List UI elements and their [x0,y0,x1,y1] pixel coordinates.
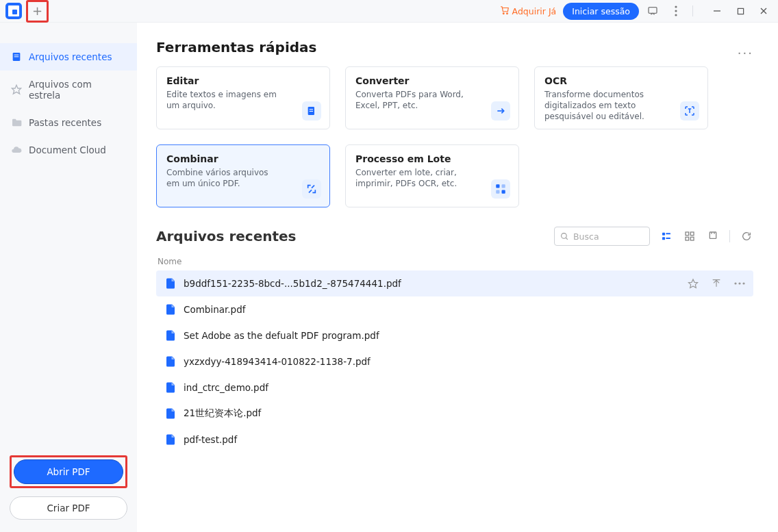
recent-icon [11,51,22,62]
file-row[interactable]: Combinar.pdf [156,296,753,322]
open-pdf-button[interactable]: Abrir PDF [14,459,123,484]
sidebar-item-recent[interactable]: Arquivos recentes [0,43,137,71]
view-grid-icon[interactable] [683,229,697,243]
card-title: Converter [355,75,509,86]
card-batch[interactable]: Processo em Lote Converter em lote, cria… [345,144,519,207]
svg-rect-28 [690,232,694,236]
file-row[interactable]: b9ddf151-2235-8bcd-...5b1d2_-875474441.p… [156,270,753,296]
convert-icon [491,101,510,121]
sidebar: Arquivos recentes Arquivos com estrela P… [0,23,137,532]
file-row[interactable]: ind_ctrc_demo.pdf [156,375,753,401]
search-placeholder: Busca [573,231,599,242]
svg-rect-7 [738,8,743,14]
file-row[interactable]: Set Adobe as the defualt PDF program.pdf [156,322,753,349]
pdf-icon [164,277,177,290]
card-desc: Combine vários arquivos em um único PDF. [166,167,283,189]
refresh-icon[interactable] [740,229,753,243]
card-title: Editar [166,75,320,86]
svg-point-33 [734,282,736,284]
svg-rect-31 [710,232,716,238]
cloud-icon [11,144,22,155]
file-name: yxzxdyy-418943414-010822-1138-7.pdf [184,356,371,367]
window-minimize[interactable] [705,1,729,21]
quick-tools-more[interactable]: ··· [738,46,753,60]
more-icon[interactable] [734,278,745,289]
cart-icon [500,5,510,17]
highlight-new-tab: + [26,0,49,23]
svg-point-21 [562,233,567,238]
recent-title: Arquivos recentes [156,228,297,244]
pdf-icon [164,329,177,342]
new-tab-button[interactable]: + [32,5,44,17]
card-desc: Edite textos e imagens em um arquivo. [166,89,283,111]
card-desc: Transforme documentos digitalizados em t… [544,89,661,123]
svg-rect-15 [310,109,313,110]
svg-rect-23 [662,233,665,236]
star-icon[interactable] [688,278,699,289]
card-ocr[interactable]: OCR Transforme documentos digitalizados … [534,66,708,129]
card-edit[interactable]: Editar Edite textos e imagens em um arqu… [156,66,330,129]
svg-marker-13 [12,85,21,94]
card-convert[interactable]: Converter Converta PDFs para Word, Excel… [345,66,519,129]
file-name: Set Adobe as the defualt PDF program.pdf [184,330,379,341]
open-pdf-label: Abrir PDF [47,466,90,477]
svg-rect-20 [502,190,505,194]
card-title: OCR [544,75,698,86]
recent-toolbar: Busca [554,227,753,246]
file-row[interactable]: pdf-test.pdf [156,427,753,453]
svg-rect-29 [686,237,689,240]
signin-button[interactable]: Iniciar sessão [563,3,639,20]
window-maximize[interactable] [729,1,752,21]
sidebar-item-folders[interactable]: Pastas recentes [0,109,137,136]
view-list-icon[interactable] [660,229,673,243]
feedback-icon[interactable] [643,1,662,21]
svg-rect-19 [496,190,499,194]
pdf-icon [164,407,177,420]
buy-link[interactable]: Adquirir Já [497,5,560,17]
folder-icon [11,117,22,128]
upload-icon[interactable] [711,278,722,289]
sidebar-item-label: Arquivos com estrela [29,79,126,101]
file-name: b9ddf151-2235-8bcd-...5b1d2_-875474441.p… [184,278,401,289]
svg-rect-11 [14,55,19,55]
highlight-open-pdf: Abrir PDF [10,455,127,488]
window-close[interactable] [752,1,775,21]
app-logo [5,3,22,19]
svg-rect-30 [690,237,694,240]
svg-point-0 [503,12,504,14]
edit-icon [302,101,321,121]
column-name: Nome [156,253,753,270]
buy-link-label: Adquirir Já [512,6,557,16]
create-pdf-label: Criar PDF [47,503,90,514]
pdf-icon [164,303,177,316]
batch-icon [491,179,510,199]
combine-icon [302,179,321,199]
sidebar-item-label: Arquivos recentes [29,51,112,62]
pin-icon[interactable] [706,229,720,243]
svg-point-4 [675,10,677,12]
sidebar-item-label: Pastas recentes [29,117,101,128]
svg-rect-2 [649,8,657,14]
svg-rect-12 [14,56,19,57]
ocr-icon [680,101,699,121]
card-combine[interactable]: Combinar Combine vários arquivos em um ú… [156,144,330,207]
svg-line-22 [566,238,568,240]
svg-point-5 [675,14,677,16]
separator [729,230,730,242]
pdf-icon [164,381,177,394]
star-icon [11,84,22,95]
file-row[interactable]: yxzxdyy-418943414-010822-1138-7.pdf [156,349,753,375]
svg-rect-25 [666,233,670,234]
svg-point-35 [742,282,744,284]
sidebar-item-starred[interactable]: Arquivos com estrela [0,71,137,109]
menu-icon[interactable] [666,1,686,21]
file-row[interactable]: 21世纪资本论.pdf [156,401,753,427]
svg-rect-26 [666,238,670,239]
signin-label: Iniciar sessão [572,6,630,16]
sidebar-item-cloud[interactable]: Document Cloud [0,136,137,164]
search-input[interactable]: Busca [554,227,650,246]
create-pdf-button[interactable]: Criar PDF [10,496,127,520]
main-content: Ferramentas rápidas ··· Editar Edite tex… [137,23,778,532]
svg-rect-17 [496,184,499,188]
quick-tools-cards: Editar Edite textos e imagens em um arqu… [156,66,753,207]
